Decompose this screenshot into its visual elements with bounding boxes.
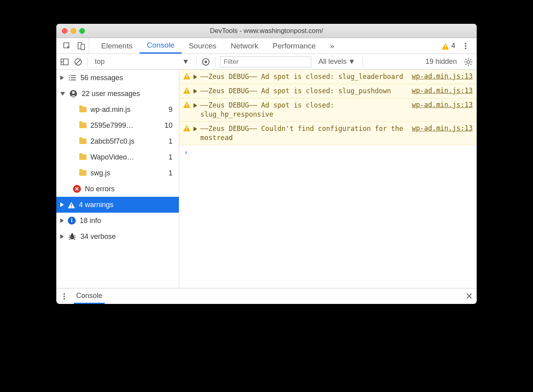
svg-rect-32 bbox=[71, 207, 72, 208]
svg-line-22 bbox=[470, 59, 472, 60]
svg-point-30 bbox=[72, 91, 75, 94]
log-message: ––Zeus DEBUG–– Ad spot is closed: slug_l… bbox=[200, 72, 408, 81]
file-count: 10 bbox=[165, 121, 176, 130]
svg-line-40 bbox=[74, 239, 75, 240]
prompt-symbol: › bbox=[184, 148, 188, 156]
log-source-link[interactable]: wp-ad.min.js:13 bbox=[412, 86, 473, 94]
tab-label: Performance bbox=[272, 42, 316, 50]
svg-point-7 bbox=[465, 48, 466, 49]
file-name: WapoVideo… bbox=[90, 153, 134, 161]
zoom-window-button[interactable] bbox=[79, 28, 85, 34]
svg-rect-41 bbox=[186, 75, 187, 77]
svg-rect-2 bbox=[81, 44, 84, 50]
warning-icon bbox=[442, 43, 449, 50]
window-title: DevTools - www.washingtonpost.com/ bbox=[210, 27, 323, 35]
toggle-sidebar-icon[interactable] bbox=[60, 58, 69, 66]
log-levels-label: All levels bbox=[318, 58, 347, 66]
sidebar-item-messages[interactable]: 56 messages bbox=[56, 70, 179, 86]
sidebar-file-item[interactable]: swg.js 1 bbox=[56, 165, 179, 181]
svg-rect-4 bbox=[445, 48, 446, 49]
file-icon bbox=[79, 154, 86, 160]
warnings-indicator[interactable]: 4 bbox=[439, 38, 458, 54]
drawer-tab-console[interactable]: Console bbox=[74, 288, 105, 304]
device-toolbar-icon[interactable] bbox=[77, 42, 86, 50]
svg-point-14 bbox=[467, 60, 470, 63]
close-window-button[interactable] bbox=[62, 28, 67, 34]
sidebar-item-label: 18 info bbox=[80, 217, 101, 225]
sidebar-file-item[interactable]: 2595e7999… 10 bbox=[56, 117, 179, 133]
settings-icon[interactable] bbox=[464, 58, 473, 66]
console-prompt[interactable]: › bbox=[179, 145, 477, 159]
file-name: swg.js bbox=[90, 169, 110, 177]
sidebar-item-warnings[interactable]: 4 warnings bbox=[56, 197, 179, 213]
file-count: 1 bbox=[169, 153, 176, 161]
more-options-button[interactable] bbox=[458, 38, 474, 54]
disclosure-triangle-icon bbox=[60, 92, 65, 96]
hidden-messages-count[interactable]: 19 hidden bbox=[423, 58, 459, 66]
sidebar-item-info[interactable]: i 18 info bbox=[56, 213, 179, 229]
sidebar-item-user-messages[interactable]: 22 user messages bbox=[56, 86, 179, 102]
disclosure-triangle-icon bbox=[194, 89, 197, 94]
minimize-window-button[interactable] bbox=[71, 28, 76, 34]
console-messages: ––Zeus DEBUG–– Ad spot is closed: slug_l… bbox=[179, 70, 477, 288]
disclosure-triangle-icon bbox=[194, 75, 197, 79]
console-log-row[interactable]: ––Zeus DEBUG–– Couldn't find configurati… bbox=[179, 122, 477, 145]
tab-elements[interactable]: Elements bbox=[94, 38, 140, 54]
console-log-row[interactable]: ––Zeus DEBUG–– Ad spot is closed: slug_p… bbox=[179, 84, 477, 98]
svg-point-50 bbox=[63, 296, 65, 297]
sidebar-file-item[interactable]: wp-ad.min.js 9 bbox=[56, 102, 179, 117]
drawer-menu-icon[interactable] bbox=[60, 292, 68, 300]
file-icon bbox=[79, 138, 86, 144]
log-source-link[interactable]: wp-ad.min.js:13 bbox=[412, 101, 473, 109]
console-log-row[interactable]: ––Zeus DEBUG–– Ad spot is closed: slug_h… bbox=[179, 98, 477, 122]
warning-icon bbox=[183, 87, 190, 94]
file-count: 9 bbox=[169, 106, 176, 114]
log-levels-selector[interactable]: All levels ▼ bbox=[316, 58, 358, 66]
info-icon: i bbox=[68, 217, 76, 225]
log-source-link[interactable]: wp-ad.min.js:13 bbox=[412, 124, 473, 132]
tab-sources[interactable]: Sources bbox=[182, 38, 224, 54]
file-icon bbox=[79, 107, 86, 112]
tab-console[interactable]: Console bbox=[140, 38, 182, 54]
bug-icon bbox=[68, 232, 77, 241]
file-count: 1 bbox=[169, 169, 176, 177]
traffic-lights bbox=[62, 28, 85, 34]
svg-rect-43 bbox=[186, 89, 187, 91]
inspect-element-icon[interactable] bbox=[63, 42, 71, 50]
sidebar-item-verbose[interactable]: 34 verbose bbox=[56, 229, 179, 244]
filter-input[interactable] bbox=[220, 56, 311, 67]
disclosure-triangle-icon bbox=[194, 127, 197, 131]
sidebar-file-item[interactable]: 2abcb5f7c0.js 1 bbox=[56, 133, 179, 149]
svg-point-49 bbox=[63, 293, 65, 295]
svg-rect-45 bbox=[186, 104, 187, 106]
tab-label: Console bbox=[147, 41, 174, 50]
disclosure-triangle-icon bbox=[60, 218, 64, 223]
tab-network[interactable]: Network bbox=[224, 38, 266, 54]
chevron-more-icon: » bbox=[330, 42, 334, 50]
svg-line-39 bbox=[69, 239, 71, 240]
svg-rect-48 bbox=[186, 130, 187, 131]
svg-line-11 bbox=[76, 60, 81, 64]
log-source-link[interactable]: wp-ad.min.js:13 bbox=[412, 72, 473, 80]
tab-performance[interactable]: Performance bbox=[265, 38, 323, 54]
console-log-row[interactable]: ––Zeus DEBUG–– Ad spot is closed: slug_l… bbox=[179, 70, 477, 84]
svg-point-6 bbox=[465, 45, 466, 47]
tabs-overflow-button[interactable]: » bbox=[323, 38, 341, 54]
tab-label: Sources bbox=[189, 42, 217, 50]
file-name: 2595e7999… bbox=[90, 121, 133, 130]
svg-rect-44 bbox=[186, 92, 187, 93]
chevron-down-icon: ▼ bbox=[182, 58, 189, 66]
svg-line-35 bbox=[69, 236, 71, 236]
live-expression-icon[interactable] bbox=[201, 58, 210, 66]
svg-line-21 bbox=[466, 63, 467, 65]
context-selector[interactable]: top ▼ bbox=[92, 58, 192, 66]
log-message: ––Zeus DEBUG–– Ad spot is closed: slug_p… bbox=[200, 86, 408, 96]
clear-console-icon[interactable] bbox=[74, 58, 82, 66]
console-toolbar: top ▼ All levels ▼ 19 hidden bbox=[56, 54, 477, 70]
close-drawer-icon[interactable]: ✕ bbox=[466, 291, 473, 302]
sidebar-item-label: 34 verbose bbox=[81, 233, 116, 241]
sidebar-item-label: 22 user messages bbox=[82, 90, 140, 98]
svg-point-28 bbox=[69, 79, 70, 81]
sidebar-item-errors[interactable]: ✕ No errors bbox=[56, 181, 179, 197]
sidebar-file-item[interactable]: WapoVideo… 1 bbox=[56, 149, 179, 165]
